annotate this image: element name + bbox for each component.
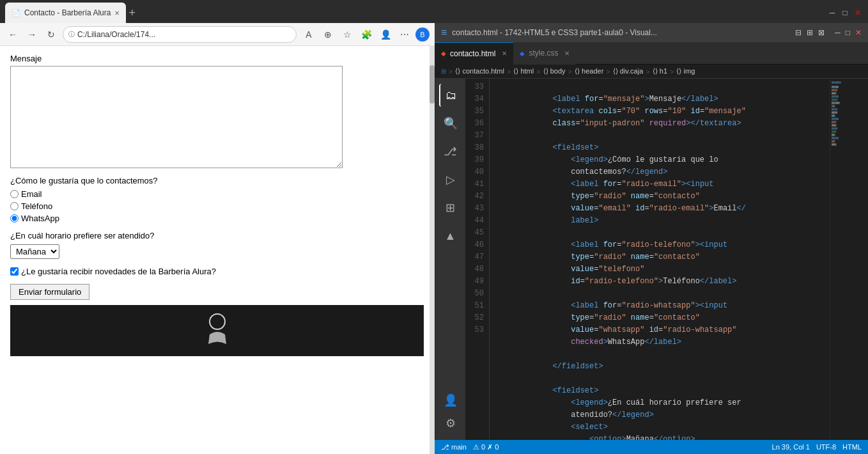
bc-vscode-icon: ⊞: [441, 68, 446, 75]
bc-header[interactable]: ⟨⟩ header: [575, 67, 603, 75]
close-tab-icon[interactable]: ✕: [114, 10, 120, 17]
code-line-33: [497, 81, 830, 93]
status-errors[interactable]: ⚠ 0 ✗ 0: [473, 443, 499, 451]
bc-html[interactable]: ⟨⟩ contacto.html: [455, 67, 504, 75]
vscode-panel: ≡ contacto.html - 1742-HTML5 e CSS3 part…: [435, 23, 868, 454]
browser-footer: [10, 305, 424, 356]
vscode-minimize-icon[interactable]: ─: [835, 28, 841, 37]
browser-content: Mensaje ¿Cómo le gustaría que lo contact…: [0, 46, 435, 454]
vscode-layout-icon[interactable]: ⊟: [795, 28, 802, 37]
minimize-button[interactable]: ─: [827, 8, 837, 18]
vscode-grid-icon[interactable]: ⊠: [818, 28, 825, 37]
bc-html-tag[interactable]: ⟨⟩ html: [513, 67, 534, 75]
code-line-47: <fieldset>: [497, 385, 830, 397]
activity-run[interactable]: ▷: [439, 168, 462, 191]
code-line-35a: <textarea cols="70" rows="10" id="mensaj…: [497, 106, 830, 118]
menu-icon[interactable]: ⋯: [396, 26, 413, 43]
active-tab[interactable]: 📄 Contacto - Barbería Alura ✕: [5, 3, 126, 23]
extensions-icon[interactable]: 🧩: [358, 26, 375, 43]
close-button[interactable]: ✕: [853, 8, 863, 18]
tab-bar: 📄 Contacto - Barbería Alura ✕ + ─ □ ✕: [5, 0, 863, 23]
newsletter-checkbox[interactable]: [10, 267, 19, 276]
code-line-38a: <legend>¿Cómo le gustaría que lo: [497, 154, 830, 166]
code-line-36: [497, 130, 830, 142]
activity-triangle[interactable]: ▲: [439, 224, 462, 247]
main-layout: ← → ↻ ⓘ A ⊕ ☆ 🧩 👤 ⋯ B Mensaje: [0, 23, 868, 454]
activity-explorer[interactable]: 🗂: [439, 84, 462, 107]
radio-whatsapp-label[interactable]: WhatsApp: [21, 214, 59, 223]
tab-contacto-label: contacto.html: [450, 49, 495, 58]
bing-icon[interactable]: B: [415, 27, 430, 42]
vscode-breadcrumb: ⊞ > ⟨⟩ contacto.html > ⟨⟩ html > ⟨⟩ body…: [435, 65, 868, 79]
barber-logo: [198, 309, 236, 353]
status-branch[interactable]: ⎇ main: [441, 443, 467, 451]
radio-email-option: Email: [10, 189, 424, 199]
tab-contacto-close[interactable]: ✕: [502, 50, 507, 57]
barber-svg-logo: [198, 309, 236, 347]
browser-scrollbar[interactable]: [430, 46, 435, 454]
vscode-title-text: contacto.html - 1742-HTML5 e CSS3 parte1…: [452, 28, 657, 37]
favorites-icon[interactable]: ☆: [339, 26, 355, 43]
maximize-button[interactable]: □: [840, 8, 850, 18]
translate-icon[interactable]: A: [300, 26, 317, 43]
newsletter-label[interactable]: ¿Le gustaría recibir novedades de la Bar…: [21, 267, 216, 276]
horario-legend: ¿En cuál horario prefiere ser atendido?: [10, 231, 424, 240]
forward-button[interactable]: →: [24, 27, 40, 42]
activity-account[interactable]: 👤: [439, 389, 462, 412]
vscode-menu-icon[interactable]: ≡: [441, 27, 447, 38]
refresh-button[interactable]: ↻: [43, 27, 59, 42]
vscode-close-icon[interactable]: ✕: [855, 28, 862, 37]
radio-email[interactable]: [10, 190, 19, 198]
vscode-editor-area: 🗂 🔍 ⎇ ▷ ⊞ ▲ 👤 ⚙ 33 34 35 36 37 38 39: [435, 79, 868, 440]
code-line-45: </fieldset>: [497, 361, 830, 373]
activity-search[interactable]: 🔍: [439, 112, 462, 135]
activity-settings[interactable]: ⚙: [439, 412, 462, 435]
code-line-39d: label>: [497, 215, 830, 227]
reader-icon[interactable]: ⊕: [320, 26, 336, 43]
status-ln-col: Ln 39, Col 1: [772, 443, 810, 451]
radio-telefono-option: Teléfono: [10, 201, 424, 211]
tab-style-css[interactable]: ◆ style.css ✕: [513, 42, 576, 65]
code-line-39c: value="email" id="radio-email">Email</: [497, 203, 830, 215]
activity-scm[interactable]: ⎇: [439, 140, 462, 163]
radio-whatsapp[interactable]: [10, 214, 19, 223]
browser-viewport: ← → ↻ ⓘ A ⊕ ☆ 🧩 👤 ⋯ B Mensaje: [0, 23, 435, 454]
bc-body[interactable]: ⟨⟩ body: [543, 67, 566, 75]
vscode-split-icon[interactable]: ⊞: [807, 28, 813, 37]
back-button[interactable]: ←: [5, 27, 20, 42]
code-editor[interactable]: <label for="mensaje">Mensaje</label> <te…: [490, 79, 830, 440]
tab-title: Contacto - Barbería Alura: [24, 8, 111, 17]
status-lang[interactable]: HTML: [842, 443, 862, 451]
tab-contacto-html[interactable]: ◆ contacto.html ✕: [435, 42, 513, 65]
code-line-43a: <label for="radio-whatsapp"><input: [497, 300, 830, 312]
bc-h1[interactable]: ⟨⟩ h1: [653, 67, 667, 75]
code-line-38b: contactemos?</legend>: [497, 166, 830, 178]
tab-html-icon: ◆: [441, 50, 446, 57]
code-line-41d: id="radio-telefono">Teléfono</label>: [497, 276, 830, 288]
fieldset-contacto: ¿Cómo le gustaría que lo contactemos? Em…: [10, 176, 424, 223]
code-line-39a: <label for="radio-email"><input: [497, 178, 830, 191]
code-line-48a: <legend>¿En cuál horario prefiere ser: [497, 397, 830, 409]
code-line-43b: type="radio" name="contacto": [497, 312, 830, 324]
bc-divcaja[interactable]: ⟨⟩ div.caja: [613, 67, 644, 75]
profile-icon[interactable]: 👤: [377, 26, 394, 43]
tab-style-close[interactable]: ✕: [564, 50, 570, 57]
radio-telefono-label[interactable]: Teléfono: [21, 201, 52, 211]
horario-select[interactable]: Mañana Tarde Noche: [10, 244, 59, 259]
new-tab-button[interactable]: +: [128, 6, 136, 20]
vscode-maximize-icon[interactable]: □: [846, 28, 850, 37]
code-line-37: <fieldset>: [497, 142, 830, 154]
bc-img[interactable]: ⟨⟩ img: [676, 67, 695, 75]
radio-telefono[interactable]: [10, 202, 19, 210]
svg-point-0: [210, 314, 225, 329]
activity-extensions[interactable]: ⊞: [439, 196, 462, 219]
line-numbers: 33 34 35 36 37 38 39 40 41 42 43 44 45 4…: [465, 79, 490, 440]
radio-email-label[interactable]: Email: [21, 189, 42, 199]
submit-button[interactable]: Enviar formulario: [10, 284, 89, 300]
address-bar[interactable]: [77, 30, 291, 39]
code-line-39b: type="radio" name="contacto": [497, 191, 830, 203]
mensaje-textarea[interactable]: [10, 66, 343, 168]
tab-favicon: 📄: [12, 9, 20, 17]
code-line-41a: <label for="radio-telefono"><input: [497, 239, 830, 251]
browser-titlebar: 📄 Contacto - Barbería Alura ✕ + ─ □ ✕: [0, 0, 868, 23]
